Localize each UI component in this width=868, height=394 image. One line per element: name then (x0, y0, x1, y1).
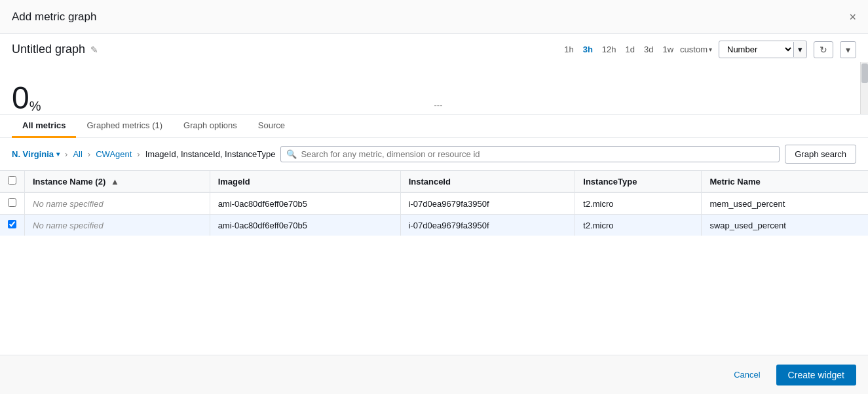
table-row: No name specified ami-0ac80df6eff0e70b5 … (0, 192, 868, 215)
row-1-metric-name: mem_used_percent (702, 192, 868, 215)
modal-footer: Cancel Create widget (0, 355, 868, 394)
breadcrumb-sep-2: › (88, 149, 90, 159)
graph-value: 0 (12, 82, 29, 114)
time-options: 1h 3h 12h 1d 3d 1w custom ▾ (561, 43, 712, 56)
breadcrumb-sep-1: › (65, 149, 67, 159)
row-2-metric-name: swap_used_percent (702, 215, 868, 236)
modal-title: Add metric graph (12, 10, 96, 24)
scrollbar-thumb (861, 63, 868, 83)
row-1-checkbox[interactable] (8, 198, 16, 207)
col-instance-type: InstanceType (575, 171, 702, 192)
custom-time-dropdown[interactable]: custom ▾ (680, 45, 712, 54)
metrics-table: Instance Name (2) ▲ ImageId InstanceId I… (0, 171, 868, 236)
breadcrumb-dimensions: ImageId, InstanceId, InstanceType (145, 149, 276, 159)
breadcrumb-all[interactable]: All (73, 149, 82, 159)
create-widget-button[interactable]: Create widget (776, 365, 856, 385)
row-1-instance-id: i-07d0ea9679fa3950f (400, 192, 575, 215)
tab-source[interactable]: Source (248, 115, 295, 138)
row-1-checkbox-cell (0, 192, 25, 215)
time-1d[interactable]: 1d (623, 43, 637, 56)
select-all-header (0, 171, 25, 192)
row-2-checkbox-cell (0, 215, 25, 236)
edit-title-icon[interactable]: ✎ (90, 45, 98, 55)
row-2-instance-type: t2.micro (575, 215, 702, 236)
refresh-button[interactable]: ↻ (814, 41, 833, 58)
tab-graph-options[interactable]: Graph options (173, 115, 248, 138)
row-1-instance-type: t2.micro (575, 192, 702, 215)
add-metric-graph-modal: Add metric graph × Untitled graph ✎ 1h 3… (0, 0, 868, 394)
col-image-id: ImageId (210, 171, 400, 192)
row-2-checkbox[interactable] (8, 220, 16, 228)
tab-graphed-metrics[interactable]: Graphed metrics (1) (76, 115, 173, 138)
graph-title: Untitled graph (12, 43, 85, 56)
time-controls: 1h 3h 12h 1d 3d 1w custom ▾ Number Line (561, 41, 856, 58)
col-instance-id: InstanceId (400, 171, 575, 192)
row-2-image-id: ami-0ac80df6eff0e70b5 (210, 215, 400, 236)
row-1-image-id: ami-0ac80df6eff0e70b5 (210, 192, 400, 215)
time-3d[interactable]: 3d (641, 43, 656, 56)
breadcrumb-sep-3: › (137, 149, 140, 159)
tab-bar: All metrics Graphed metrics (1) Graph op… (0, 115, 868, 138)
modal-header: Add metric graph × (0, 0, 868, 34)
graph-unit: % (29, 99, 41, 114)
row-1-instance-name: No name specified (25, 192, 210, 215)
custom-label: custom (680, 45, 708, 54)
region-chevron-icon: ▾ (56, 151, 60, 158)
graph-header: Untitled graph ✎ 1h 3h 12h 1d 3d 1w cust… (0, 34, 868, 62)
row-2-instance-name: No name specified (25, 215, 210, 236)
time-12h[interactable]: 12h (599, 43, 619, 56)
filter-bar: N. Virginia ▾ › All › CWAgent › ImageId,… (0, 138, 868, 171)
table-row: No name specified ami-0ac80df6eff0e70b5 … (0, 215, 868, 236)
cancel-button[interactable]: Cancel (725, 366, 769, 384)
metrics-area: N. Virginia ▾ › All › CWAgent › ImageId,… (0, 138, 868, 355)
region-label: N. Virginia (12, 149, 54, 159)
graph-preview: 0 % --- (0, 62, 868, 115)
more-options-button[interactable]: ▾ (840, 41, 856, 58)
time-1w[interactable]: 1w (660, 43, 676, 56)
tab-all-metrics[interactable]: All metrics (12, 115, 76, 138)
scrollbar[interactable] (860, 62, 868, 114)
sort-icon: ▲ (111, 177, 119, 187)
breadcrumb-cwagent[interactable]: CWAgent (96, 149, 132, 159)
modal-body: Untitled graph ✎ 1h 3h 12h 1d 3d 1w cust… (0, 34, 868, 355)
search-box: 🔍 (280, 146, 780, 162)
search-icon: 🔍 (286, 149, 297, 159)
close-button[interactable]: × (849, 11, 856, 23)
graph-search-button[interactable]: Graph search (785, 145, 856, 164)
select-all-checkbox[interactable] (8, 176, 16, 185)
graph-ellipsis: --- (434, 100, 443, 110)
chevron-down-icon: ▾ (709, 46, 712, 53)
col-instance-name: Instance Name (2) ▲ (25, 171, 210, 192)
search-input[interactable] (301, 149, 774, 159)
row-2-instance-id: i-07d0ea9679fa3950f (400, 215, 575, 236)
graph-type-select[interactable]: Number Line Stacked area Bar (719, 41, 793, 58)
number-select-wrapper: Number Line Stacked area Bar ▾ (719, 41, 807, 58)
select-arrow-icon[interactable]: ▾ (793, 42, 806, 57)
time-3h[interactable]: 3h (580, 43, 595, 56)
graph-title-area: Untitled graph ✎ (12, 43, 98, 56)
time-1h[interactable]: 1h (561, 43, 576, 56)
table-header-row: Instance Name (2) ▲ ImageId InstanceId I… (0, 171, 868, 192)
region-selector[interactable]: N. Virginia ▾ (12, 149, 60, 159)
col-metric-name: Metric Name (702, 171, 868, 192)
